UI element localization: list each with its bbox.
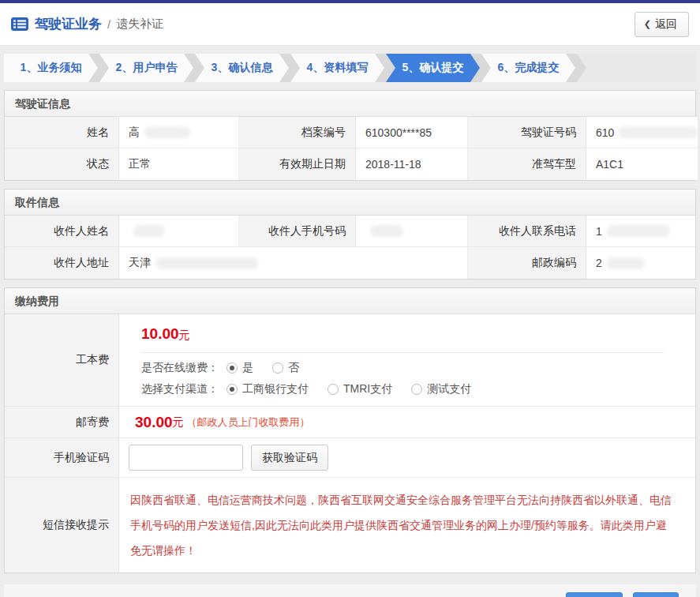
step-wizard: 1、业务须知 2、用户申告 3、确认信息 4、资料填写 5、确认提交 6、完成提… [4,54,696,82]
production-fee-unit: 元 [179,329,190,341]
redacted-text [607,225,670,237]
channel-option-test[interactable]: 测试支付 [411,382,471,396]
get-code-button[interactable]: 获取验证码 [251,445,328,471]
license-list-icon [11,17,28,31]
postcode-value: 2 [586,247,695,279]
finish-button[interactable]: 完成 [633,592,679,597]
channel-option-tmri[interactable]: TMRI支付 [328,382,392,396]
breadcrumb-separator: / [107,17,110,31]
postcode-label: 邮政编码 [468,247,586,279]
redacted-text [607,257,645,269]
chevron-left-icon: ❮ [644,19,651,29]
previous-step-button[interactable]: 上一步 [566,592,623,597]
online-pay-question: 是否在线缴费： [141,361,219,375]
online-pay-option-yes[interactable]: 是 [226,361,253,375]
license-number-value: 610 [586,117,698,148]
page-title: 驾驶证业务 [35,15,102,33]
redacted-text [619,126,698,138]
fees-section-title: 缴纳费用 [5,288,695,314]
back-button-label: 返回 [655,17,677,32]
header: 驾驶证业务 / 遗失补证 ❮ 返回 [0,3,700,46]
radio-icbc-icon[interactable] [226,384,238,395]
sms-notice-text: 因陕西省联通、电信运营商技术问题，陕西省互联网交通安全综合服务管理平台无法向持陕… [119,478,695,573]
recipient-address-value: 天津 [119,247,468,279]
redacted-text [144,126,190,138]
step-3-confirm-info[interactable]: 3、确认信息 [195,54,289,82]
sms-code-input[interactable] [129,445,243,471]
vehicle-class-label: 准驾车型 [468,148,586,180]
file-number-value: 610300****85 [356,117,468,148]
step-6-complete-submit[interactable]: 6、完成提交 [481,54,575,82]
radio-test-icon[interactable] [411,384,422,395]
radio-no-icon[interactable] [272,362,283,374]
license-info-section: 驾驶证信息 姓名 高 档案编号 610300****85 驾驶证号码 610 状… [4,90,696,181]
step-bar-filler [577,54,696,82]
name-value: 高 [119,117,239,148]
breadcrumb-current: 遗失补证 [116,17,163,32]
pickup-section-title: 取件信息 [5,190,695,216]
recipient-address-label: 收件人地址 [5,247,119,279]
step-1-business-notice[interactable]: 1、业务须知 [4,54,98,82]
radio-tmri-icon[interactable] [328,384,339,395]
sms-notice-label: 短信接收提示 [5,478,119,573]
vehicle-class-value: A1C1 [586,148,698,180]
recipient-name-value [119,216,239,247]
back-button[interactable]: ❮ 返回 [634,12,689,37]
postage-fee-note: （邮政人员上门收取费用） [187,415,310,430]
postage-fee-label: 邮寄费 [5,407,119,438]
production-fee-cell: 10.00元 是否在线缴费： 是 否 选择支 [119,314,695,407]
redacted-text [155,257,258,269]
recipient-mobile-value [356,216,468,247]
step-5-confirm-submit[interactable]: 5、确认提交 [386,54,480,82]
page: 驾驶证业务 / 遗失补证 ❮ 返回 1、业务须知 2、用户申告 3、确认信息 4… [0,0,700,597]
redacted-text [370,225,403,237]
license-section-title: 驾驶证信息 [5,91,695,117]
redacted-text [133,225,165,237]
online-pay-option-no[interactable]: 否 [272,361,299,375]
channel-option-icbc[interactable]: 工商银行支付 [226,382,309,396]
postage-fee-unit: 元 [173,415,184,430]
pickup-info-section: 取件信息 收件人姓名 收件人手机号码 收件人联系电话 1 收件人地址 天津 邮政… [4,189,696,280]
footer-action-bar: 上一步 完成 [4,584,696,597]
recipient-name-label: 收件人姓名 [5,216,119,247]
radio-yes-icon[interactable] [226,362,238,374]
step-4-fill-data[interactable]: 4、资料填写 [290,54,384,82]
recipient-phone-label: 收件人联系电话 [468,216,586,247]
expiry-date-label: 有效期止日期 [239,148,356,180]
name-label: 姓名 [5,117,119,148]
production-fee-label: 工本费 [5,314,119,407]
pay-channel-question: 选择支付渠道： [141,382,219,396]
divider [141,352,664,353]
postage-fee-cell: 30.00元 （邮政人员上门收取费用） [119,407,695,438]
expiry-date-value: 2018-11-18 [356,148,468,180]
step-2-user-declaration[interactable]: 2、用户申告 [99,54,193,82]
production-fee-amount: 10.00 [141,325,179,342]
fees-section: 缴纳费用 工本费 10.00元 是否在线缴费： 是 否 [4,287,696,573]
sms-code-label: 手机验证码 [5,438,119,478]
license-number-label: 驾驶证号码 [468,117,586,148]
file-number-label: 档案编号 [239,117,356,148]
recipient-mobile-label: 收件人手机号码 [239,216,356,247]
status-label: 状态 [5,148,119,180]
postage-fee-amount: 30.00 [135,414,173,431]
status-value: 正常 [119,148,239,180]
sms-code-cell: 获取验证码 [119,438,695,478]
recipient-phone-value: 1 [586,216,695,247]
